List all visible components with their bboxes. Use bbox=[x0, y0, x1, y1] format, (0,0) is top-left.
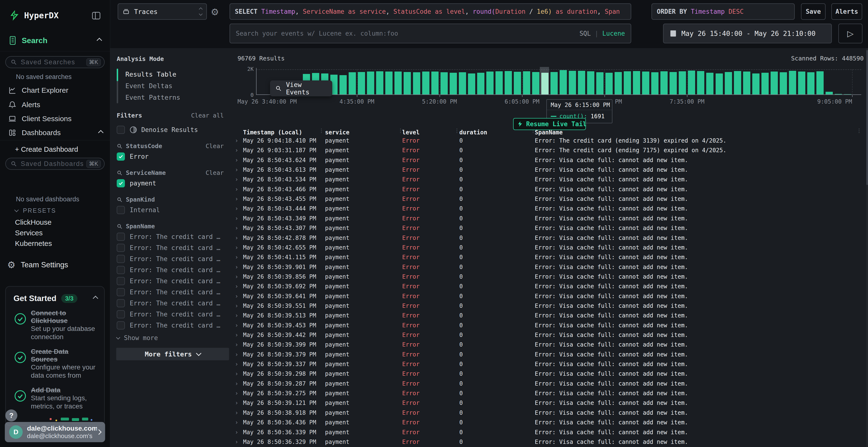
histogram-bar[interactable] bbox=[633, 71, 640, 94]
table-options-icon[interactable]: ⋮ bbox=[857, 130, 862, 132]
analysis-mode-option-event-deltas[interactable]: Event Deltas bbox=[125, 80, 180, 92]
histogram-bar[interactable] bbox=[514, 72, 521, 94]
histogram-bar[interactable] bbox=[771, 72, 778, 94]
row-expand-chevron[interactable]: › bbox=[235, 429, 238, 436]
table-row[interactable]: ›May 26 8:50:42.878 PMpaymentError0Error… bbox=[231, 234, 868, 243]
row-expand-chevron[interactable]: › bbox=[235, 312, 238, 319]
sidebar-item-chart-explorer[interactable]: Chart Explorer bbox=[8, 86, 102, 94]
denoise-checkbox[interactable] bbox=[117, 126, 125, 134]
histogram-bar[interactable] bbox=[486, 72, 494, 94]
row-expand-chevron[interactable]: › bbox=[235, 322, 238, 329]
row-expand-chevron[interactable]: › bbox=[235, 254, 238, 261]
histogram-bar[interactable] bbox=[789, 71, 796, 94]
histogram-bar[interactable] bbox=[587, 71, 594, 94]
histogram-bar[interactable] bbox=[358, 72, 365, 94]
row-expand-chevron[interactable]: › bbox=[235, 351, 238, 358]
language-toggle-sql[interactable]: SQL bbox=[579, 30, 591, 37]
histogram-bar[interactable] bbox=[413, 72, 420, 94]
row-expand-chevron[interactable]: › bbox=[235, 283, 238, 290]
histogram-bar[interactable] bbox=[578, 71, 585, 94]
analysis-mode-option-results-table[interactable]: Results Table bbox=[125, 69, 180, 80]
analysis-mode-option-event-patterns[interactable]: Event Patterns bbox=[125, 92, 180, 103]
table-row[interactable]: ›May 26 8:50:36.339 PMpaymentError0Error… bbox=[231, 428, 868, 438]
row-expand-chevron[interactable]: › bbox=[235, 303, 238, 309]
table-row[interactable]: ›May 26 8:50:39.337 PMpaymentError0Error… bbox=[231, 360, 868, 370]
histogram-bar[interactable] bbox=[725, 72, 732, 94]
histogram-bar[interactable] bbox=[716, 73, 723, 94]
row-expand-chevron[interactable]: › bbox=[235, 215, 238, 222]
table-row[interactable]: ›May 26 8:50:39.442 PMpaymentError0Error… bbox=[231, 331, 868, 341]
row-expand-chevron[interactable]: › bbox=[235, 370, 238, 377]
row-expand-chevron[interactable]: › bbox=[235, 147, 238, 153]
table-row[interactable]: ›May 26 8:50:43.444 PMpaymentError0Error… bbox=[231, 204, 868, 214]
histogram-bar[interactable] bbox=[816, 71, 824, 94]
table-row[interactable]: ›May 26 8:50:39.298 PMpaymentError0Error… bbox=[231, 370, 868, 379]
table-row[interactable]: ›May 26 8:50:43.466 PMpaymentError0Error… bbox=[231, 185, 868, 195]
run-query-button[interactable]: ▷ bbox=[838, 24, 863, 43]
table-row[interactable]: ›May 26 8:50:43.534 PMpaymentError0Error… bbox=[231, 175, 868, 185]
table-row[interactable]: ›May 26 8:50:39.692 PMpaymentError0Error… bbox=[231, 282, 868, 292]
clear-all-button[interactable]: Clear all bbox=[191, 112, 224, 119]
col-timestamp[interactable]: Timestamp (Local) bbox=[243, 129, 302, 136]
resume-live-tail-button[interactable]: Resume Live Tail bbox=[513, 118, 586, 130]
col-level[interactable]: level bbox=[402, 129, 420, 136]
row-expand-chevron[interactable]: › bbox=[235, 400, 238, 406]
sidebar-item-dashboards[interactable]: Dashboards bbox=[8, 129, 103, 137]
histogram-bar[interactable] bbox=[395, 72, 402, 94]
brand-logo[interactable]: HyperDX bbox=[9, 10, 59, 21]
histogram-bar[interactable] bbox=[688, 71, 695, 94]
histogram-bar[interactable] bbox=[431, 72, 439, 94]
table-row[interactable]: ›May 26 8:50:42.655 PMpaymentError0Error… bbox=[231, 243, 868, 253]
histogram-bar[interactable] bbox=[706, 73, 713, 94]
histogram-bar[interactable] bbox=[642, 72, 649, 94]
histogram-bar[interactable] bbox=[835, 94, 842, 94]
sidebar-item-client-sessions[interactable]: Client Sessions bbox=[8, 115, 102, 123]
histogram-bar[interactable] bbox=[532, 72, 539, 94]
row-expand-chevron[interactable]: › bbox=[235, 137, 238, 144]
column-resize-handle[interactable]: ⋮ bbox=[398, 130, 403, 132]
histogram-bar[interactable] bbox=[385, 72, 393, 94]
table-row[interactable]: ›May 26 8:50:39.121 PMpaymentError0Error… bbox=[231, 399, 868, 409]
histogram-bar[interactable] bbox=[752, 73, 760, 94]
sql-select-editor[interactable]: SELECT Timestamp, ServiceName as service… bbox=[229, 3, 631, 20]
row-expand-chevron[interactable]: › bbox=[235, 235, 238, 241]
histogram-bar[interactable] bbox=[477, 73, 485, 94]
histogram-bar[interactable] bbox=[541, 73, 549, 94]
row-expand-chevron[interactable]: › bbox=[235, 176, 238, 183]
row-expand-chevron[interactable]: › bbox=[235, 157, 238, 164]
event-histogram-chart[interactable] bbox=[256, 68, 861, 95]
table-row[interactable]: ›May 26 8:50:39.551 PMpaymentError0Error… bbox=[231, 302, 868, 311]
histogram-bar[interactable] bbox=[615, 72, 622, 94]
table-row[interactable]: ›May 26 8:50:43.455 PMpaymentError0Error… bbox=[231, 195, 868, 204]
event-search-input[interactable]: Search your events w/ Lucene ex. column:… bbox=[229, 24, 631, 43]
row-expand-chevron[interactable]: › bbox=[235, 419, 238, 426]
language-toggle-lucene[interactable]: Lucene bbox=[602, 30, 625, 37]
histogram-bar[interactable] bbox=[505, 71, 512, 94]
histogram-bar[interactable] bbox=[367, 72, 374, 95]
column-resize-handle[interactable]: ⋮ bbox=[454, 130, 460, 132]
row-expand-chevron[interactable]: › bbox=[235, 186, 238, 193]
sidebar-item-search[interactable]: Search bbox=[9, 36, 101, 45]
row-expand-chevron[interactable]: › bbox=[235, 361, 238, 368]
histogram-bar[interactable] bbox=[743, 72, 750, 94]
table-row[interactable]: ›May 26 8:50:39.399 PMpaymentError0Error… bbox=[231, 340, 868, 350]
row-expand-chevron[interactable]: › bbox=[235, 390, 238, 397]
row-expand-chevron[interactable]: › bbox=[235, 205, 238, 212]
histogram-bar[interactable] bbox=[422, 72, 429, 95]
histogram-bar[interactable] bbox=[670, 72, 677, 94]
histogram-bar[interactable] bbox=[495, 71, 503, 94]
histogram-bar[interactable] bbox=[606, 73, 613, 94]
source-settings-gear-icon[interactable]: ⚙ bbox=[211, 7, 219, 18]
row-expand-chevron[interactable]: › bbox=[235, 196, 238, 202]
table-row[interactable]: ›May 26 8:50:39.641 PMpaymentError0Error… bbox=[231, 292, 868, 302]
table-row[interactable]: ›May 26 9:04:18.410 PMpaymentError0Error… bbox=[231, 136, 868, 146]
col-duration[interactable]: duration bbox=[459, 129, 487, 136]
table-row[interactable]: ›May 26 8:50:43.613 PMpaymentError0Error… bbox=[231, 166, 868, 175]
histogram-bar[interactable] bbox=[523, 71, 530, 94]
histogram-bar[interactable] bbox=[349, 72, 356, 94]
row-expand-chevron[interactable]: › bbox=[235, 439, 238, 445]
col-service[interactable]: service bbox=[325, 129, 349, 136]
table-row[interactable]: ›May 26 8:50:43.349 PMpaymentError0Error… bbox=[231, 214, 868, 224]
histogram-bar[interactable] bbox=[697, 71, 704, 94]
histogram-bar[interactable] bbox=[624, 71, 631, 94]
